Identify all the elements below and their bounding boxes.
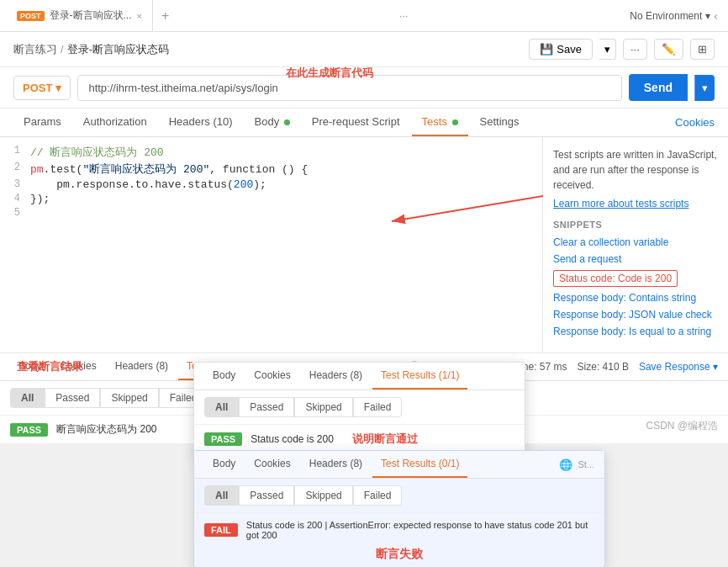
breadcrumb-workspace[interactable]: 断言练习 [13,42,57,57]
overlay1-tabs: Body Cookies Headers (8) Test Results (1… [194,363,525,390]
snippet-clear-collection[interactable]: Clear a collection variable [553,236,718,248]
filter-passed[interactable]: Passed [45,388,100,408]
code-editor[interactable]: 1 // 断言响应状态码为 200 2 pm.test("断言响应状态码为 20… [0,137,543,352]
overlay2-globe-icon: 🌐 [559,458,572,471]
overlay2-filter-tabs: All Passed Skipped Failed [194,479,604,513]
overlay2-tab-cookies[interactable]: Cookies [245,451,298,478]
tab-body[interactable]: Body [245,109,300,136]
overlay1-result-row: PASS Status code is 200 说明断言通过 [194,425,525,453]
tab-title: 登录-断言响应状... [50,8,132,23]
tab-authorization[interactable]: Authorization [73,109,157,136]
url-bar: 在此生成断言代码 POST ▾ Send ▾ [0,67,728,109]
save-dropdown-button[interactable]: ▾ [599,39,616,60]
filter-all[interactable]: All [10,388,45,408]
breadcrumb-separator: / [61,43,64,56]
overlay2-filter-skipped[interactable]: Skipped [294,485,352,506]
tab-tests[interactable]: Tests [412,109,468,136]
breadcrumb: 断言练习 / 登录-断言响应状态码 💾 Save ▾ ··· ✏️ ⊞ [0,32,728,67]
overlay2-tabs: Body Cookies Headers (8) Test Results (0… [194,451,604,479]
overlay1-pass-badge: PASS [204,432,242,446]
tab-headers[interactable]: Headers (10) [159,109,243,136]
tab-method-badge: POST [17,11,45,21]
resp-tab-headers[interactable]: Headers (8) [107,353,177,380]
overlay1-filter-all[interactable]: All [204,397,239,417]
overlay1-tab-test-results[interactable]: Test Results (1/1) [372,363,467,389]
cookies-link[interactable]: Cookies [675,116,715,129]
code-line-3: 3 pm.response.to.have.status(200); [0,178,542,192]
overlay2-filter-failed[interactable]: Failed [353,485,403,506]
send-dropdown-button[interactable]: ▾ [694,75,715,101]
code-line-4: 4 }); [0,192,542,206]
save-icon: 💾 [540,43,553,56]
overlay1-tab-headers[interactable]: Headers (8) [301,363,371,389]
fail-overlay-panel: Body Cookies Headers (8) Test Results (0… [193,450,605,567]
test-result-text: 断言响应状态码为 200 [56,422,156,437]
pass-overlay-panel: Body Cookies Headers (8) Test Results (1… [193,362,525,454]
snippet-send-request[interactable]: Send a request [553,253,718,265]
snippet-contains-string[interactable]: Response body: Contains string [553,292,718,304]
snippet-equal-string[interactable]: Response body: Is equal to a string [553,326,718,337]
breadcrumb-current: 登录-断言响应状态码 [67,42,169,57]
snippets-section-header: SNIPPETS [553,220,718,230]
snippets-content: Test scripts are written in JavaScript, … [543,137,728,352]
active-tab[interactable]: POST 登录-断言响应状... × [7,0,153,31]
overlay1-filter-failed[interactable]: Failed [353,397,403,417]
snippet-status-code[interactable]: Status code: Code is 200 [553,270,678,287]
snippets-panel: Test scripts are written in JavaScript, … [543,137,728,352]
overlay1-tab-body[interactable]: Body [204,363,244,389]
overlay1-tab-cookies[interactable]: Cookies [245,363,298,389]
save-button[interactable]: 💾 Save [529,39,593,60]
overlay2-fail-badge: FAIL [204,523,238,537]
new-tab-button[interactable]: + [153,8,177,24]
tab-params[interactable]: Params [13,109,71,136]
nav-back-button[interactable]: ‹ [710,9,721,23]
overlay1-annotation: 说明断言通过 [352,432,418,447]
main-content: 1 // 断言响应状态码为 200 2 pm.test("断言响应状态码为 20… [0,137,728,352]
tab-overflow-button[interactable]: ··· [393,9,415,22]
tab-bar: POST 登录-断言响应状... × + ··· No Environment … [0,0,728,32]
snippets-learn-link[interactable]: Learn more about tests scripts [553,198,718,209]
overlay2-result-row: FAIL Status code is 200 | AssertionError… [194,513,604,547]
overlay1-filter-passed[interactable]: Passed [239,397,294,417]
request-tabs: Params Authorization Headers (10) Body P… [0,109,728,137]
overlay2-filter-passed[interactable]: Passed [239,485,294,506]
dots-menu-button[interactable]: ··· [623,39,647,60]
url-hint-label: 在此生成断言代码 [286,66,373,81]
snippets-description: Test scripts are written in JavaScript, … [553,147,718,193]
overlay2-tab-headers[interactable]: Headers (8) [301,451,371,478]
overlay1-filter-tabs: All Passed Skipped Failed [194,390,525,425]
overlay2-filter-all[interactable]: All [204,485,239,506]
snippet-json-check[interactable]: Response body: JSON value check [553,309,718,321]
overlay2-tab-test-results[interactable]: Test Results (0/1) [372,451,467,478]
overlay2-tab-body[interactable]: Body [204,451,244,478]
overlay1-filter-skipped[interactable]: Skipped [294,397,352,417]
code-line-2: 2 pm.test("断言响应状态码为 200", function () { [0,161,542,178]
overlay2-result-text: Status code is 200 | AssertionError: exp… [246,520,594,540]
code-line-1: 1 // 断言响应状态码为 200 [0,144,542,161]
code-line-5: 5 [0,206,542,220]
close-icon[interactable]: × [137,11,142,21]
layout-button[interactable]: ⊞ [690,39,715,60]
filter-skipped[interactable]: Skipped [100,388,158,408]
check-annotation-label: 查看断言结果 [17,359,82,374]
fail-annotation: 断言失败 [194,547,604,567]
overlay1-result-text: Status code is 200 [251,433,334,445]
breadcrumb-actions: 💾 Save ▾ ··· ✏️ ⊞ [529,39,715,60]
send-button[interactable]: Send [629,74,688,101]
response-size: Size: 410 B [578,361,629,373]
tab-prerequest[interactable]: Pre-request Script [302,109,410,136]
overlay2-status-abbr: St... [578,459,594,469]
environment-selector[interactable]: No Environment ▾ [630,10,710,22]
method-selector[interactable]: POST ▾ [13,76,71,100]
pass-badge: PASS [10,423,48,437]
edit-button[interactable]: ✏️ [654,39,683,60]
save-response-button[interactable]: Save Response ▾ [639,361,718,373]
method-label: POST [23,82,52,94]
tab-settings[interactable]: Settings [470,109,530,136]
